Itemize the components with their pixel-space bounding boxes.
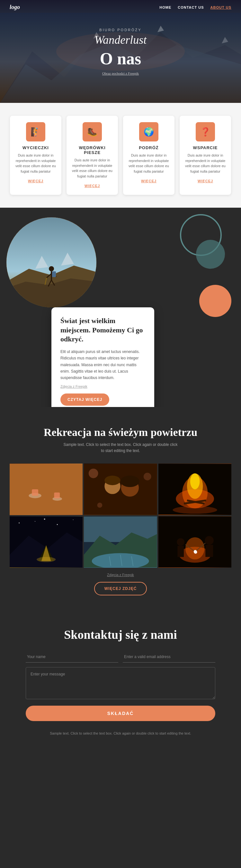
logo: logo	[10, 4, 20, 10]
about-card-title: Świat jest wielkim miejscem. Pomożemy Ci…	[60, 316, 145, 344]
svg-rect-24	[32, 489, 38, 496]
orange-decorative-circle	[199, 285, 231, 317]
podroz-more[interactable]: WIĘCEJ	[141, 179, 157, 183]
nav-contact[interactable]: CONTACT US	[178, 5, 204, 9]
svg-rect-54	[84, 517, 157, 542]
gallery-item-friends	[10, 464, 82, 515]
svg-point-31	[120, 476, 139, 487]
svg-point-12	[49, 266, 54, 271]
more-photos-button[interactable]: WIĘCEJ ZDJĘĆ	[94, 582, 147, 595]
recreation-subtitle: Sample text. Click to select the text bo…	[63, 442, 178, 454]
svg-point-65	[205, 536, 214, 545]
svg-point-33	[144, 473, 151, 480]
hero-section: BIURO PODRÓŻY Wanderlust O nas Obraz poc…	[0, 0, 241, 103]
gallery-credit: Zdjęcia z Freepik	[10, 573, 231, 577]
service-card-wsparcie: ❓ WSPARCIE Duis aute irure dolor in repr…	[180, 116, 231, 195]
svg-point-52	[37, 557, 56, 562]
svg-point-42	[173, 506, 217, 514]
services-section: 🧗 WYCIECZKI Duis aute irure dolor in rep…	[0, 103, 241, 208]
about-circle-image	[6, 217, 96, 307]
hero-credit: Obraz pochodzi z Freepik	[95, 71, 147, 75]
wsparcie-title: WSPARCIE	[185, 145, 226, 150]
podroz-text: Duis aute irure dolor in reprehenderit i…	[128, 153, 169, 174]
wsparcie-more[interactable]: WIĘCEJ	[198, 179, 213, 183]
message-textarea[interactable]	[26, 667, 215, 699]
wycieczki-icon: 🧗	[26, 122, 45, 142]
nav-about[interactable]: ABOUT US	[210, 5, 231, 9]
svg-rect-25	[54, 493, 60, 498]
about-card-credit: Zdjęcia z Freepik	[60, 384, 145, 389]
about-section: Świat jest wielkim miejscem. Pomożemy Ci…	[0, 208, 241, 407]
svg-point-48	[44, 519, 45, 520]
submit-button[interactable]: SKŁADAĆ	[26, 706, 215, 721]
name-input[interactable]	[26, 651, 118, 662]
footer-text: Sample text. Click to select the text bo…	[26, 731, 215, 737]
wedrowki-text: Duis aute irure dolor in reprehenderit i…	[72, 157, 113, 179]
svg-point-62	[185, 537, 204, 560]
svg-point-63	[177, 538, 184, 546]
svg-point-45	[35, 521, 35, 522]
about-card: Świat jest wielkim miejscem. Pomożemy Ci…	[51, 307, 154, 407]
contact-form: SKŁADAĆ	[26, 651, 215, 721]
svg-point-39	[190, 473, 200, 489]
svg-rect-21	[10, 464, 82, 515]
svg-point-46	[57, 524, 58, 525]
nav-home[interactable]: HOME	[160, 5, 171, 9]
svg-rect-64	[177, 546, 184, 557]
recreation-title: Rekreacja na świeżym powietrzu	[10, 426, 231, 438]
contact-section: Skontaktuj się z nami SKŁADAĆ Sample tex…	[0, 608, 241, 749]
gallery-item-girls	[84, 464, 157, 515]
service-card-podroz: 🌍 PODRÓŻ Duis aute irure dolor in repreh…	[123, 116, 174, 195]
service-card-wedrowki: 🥾 WĘDRÓWKI PIESZE Duis aute irure dolor …	[67, 116, 118, 195]
hero-content: BIURO PODRÓŻY Wanderlust O nas Obraz poc…	[95, 28, 147, 75]
teal-circle-fill	[196, 240, 225, 269]
nav-links: HOME CONTACT US ABOUT US	[160, 5, 231, 9]
contact-title: Skontaktuj się z nami	[26, 627, 215, 642]
svg-point-32	[89, 469, 98, 478]
recreation-section: Rekreacja na świeżym powietrzu Sample te…	[0, 407, 241, 608]
wedrowki-title: WĘDRÓWKI PIESZE	[72, 145, 113, 155]
photo-gallery	[10, 464, 231, 568]
podroz-icon: 🌍	[139, 122, 159, 142]
svg-point-44	[19, 523, 20, 524]
gallery-item-tent	[10, 516, 82, 568]
email-input[interactable]	[123, 651, 215, 662]
svg-point-30	[105, 476, 120, 486]
svg-point-34	[97, 503, 103, 508]
about-read-more-button[interactable]: CZYTAJ WIĘCEJ	[60, 394, 109, 406]
hero-subtitle: BIURO PODRÓŻY	[95, 28, 147, 32]
hero-title: O nas	[95, 49, 147, 68]
wedrowki-more[interactable]: WIĘCEJ	[84, 184, 100, 188]
service-card-wycieczki: 🧗 WYCIECZKI Duis aute irure dolor in rep…	[10, 116, 61, 195]
hero-brand: Wanderlust	[95, 33, 147, 46]
wycieczki-more[interactable]: WIĘCEJ	[28, 179, 43, 183]
form-name-email-row	[26, 651, 215, 662]
svg-rect-66	[205, 545, 213, 557]
podroz-title: PODRÓŻ	[128, 145, 169, 150]
wsparcie-text: Duis aute irure dolor in reprehenderit i…	[185, 153, 226, 174]
navigation: logo HOME CONTACT US ABOUT US	[0, 0, 241, 14]
gallery-item-bonfire	[159, 464, 231, 515]
wycieczki-text: Duis aute irure dolor in reprehenderit i…	[15, 153, 56, 174]
wedrowki-icon: 🥾	[82, 122, 102, 142]
svg-point-47	[73, 520, 74, 520]
svg-rect-19	[52, 271, 56, 277]
wycieczki-title: WYCIECZKI	[15, 145, 56, 150]
svg-point-70	[194, 550, 197, 553]
about-card-text: Elit ut aliquam purus sit amet luctus ve…	[60, 348, 145, 381]
gallery-item-marshmallow	[159, 516, 231, 568]
circle-background	[6, 217, 96, 307]
wsparcie-icon: ❓	[196, 122, 215, 142]
gallery-item-river	[84, 516, 157, 568]
